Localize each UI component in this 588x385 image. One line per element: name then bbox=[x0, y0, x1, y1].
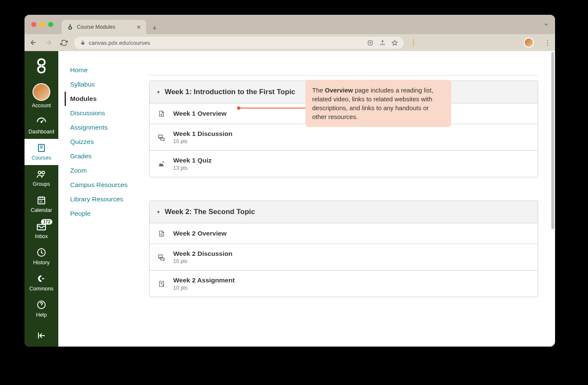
module-week-2: ▼ Week 2: The Second Topic Week 2 Overvi… bbox=[149, 201, 538, 297]
forward-button[interactable] bbox=[44, 38, 53, 47]
svg-point-4 bbox=[38, 171, 41, 174]
module-item-overview[interactable]: Week 2 Overview bbox=[150, 223, 538, 244]
tab-overflow-button[interactable] bbox=[543, 22, 549, 27]
inbox-badge: 172 bbox=[41, 219, 52, 225]
module-item-title: Week 2 Discussion bbox=[173, 250, 232, 258]
discussion-icon bbox=[157, 133, 166, 141]
tab-favicon bbox=[67, 24, 74, 30]
global-nav-label: Inbox bbox=[35, 233, 48, 239]
course-nav-grades[interactable]: Grades bbox=[70, 149, 149, 163]
url-bar[interactable]: canvas.pdx.edu/courses bbox=[74, 37, 404, 49]
dashboard-icon bbox=[36, 116, 47, 127]
course-nav-syllabus[interactable]: Syllabus bbox=[70, 77, 149, 92]
module-title: Week 2: The Second Topic bbox=[165, 208, 255, 216]
share-icon[interactable] bbox=[379, 40, 386, 46]
global-nav-label: Commons bbox=[30, 286, 54, 292]
module-item-title: Week 1 Quiz bbox=[173, 157, 212, 164]
quiz-icon bbox=[157, 160, 166, 168]
module-item-points: 10 pts bbox=[173, 138, 232, 144]
tab-close-button[interactable]: ✕ bbox=[136, 24, 141, 30]
svg-rect-0 bbox=[82, 43, 84, 45]
browser-menu-button[interactable]: ⋮ bbox=[544, 39, 551, 47]
account-avatar bbox=[33, 83, 50, 101]
module-item-assignment[interactable]: Week 2 Assignment 10 pts bbox=[150, 271, 538, 297]
callout-text-bold: Overview bbox=[325, 87, 353, 94]
global-nav-groups[interactable]: Groups bbox=[24, 165, 58, 191]
module-item-points: 10 pts bbox=[173, 285, 235, 291]
global-nav-label: Calendar bbox=[31, 207, 52, 213]
module-header[interactable]: ▼ Week 2: The Second Topic bbox=[150, 201, 538, 223]
course-nav-campus-resources[interactable]: Campus Resources bbox=[70, 178, 149, 192]
top-divider bbox=[149, 59, 538, 76]
traffic-lights bbox=[24, 22, 53, 27]
course-nav-assignments[interactable]: Assignments bbox=[70, 120, 149, 135]
close-window-button[interactable] bbox=[31, 22, 36, 27]
reload-button[interactable] bbox=[59, 38, 68, 47]
tab-strip: Course Modules ✕ + bbox=[62, 15, 161, 34]
global-nav-history[interactable]: History bbox=[24, 244, 58, 270]
course-nav-zoom[interactable]: Zoom bbox=[70, 163, 149, 178]
course-nav-discussions[interactable]: Discussions bbox=[70, 106, 149, 120]
global-nav-label: Groups bbox=[33, 181, 50, 187]
course-nav-modules[interactable]: Modules bbox=[65, 92, 149, 106]
module-item-title: Week 1 Overview bbox=[173, 110, 226, 117]
annotation-callout: The Overview page includes a reading lis… bbox=[305, 80, 451, 127]
global-nav-dashboard[interactable]: Dashboard bbox=[24, 113, 58, 139]
browser-tab-active[interactable]: Course Modules ✕ bbox=[62, 20, 146, 34]
global-nav-label: Courses bbox=[32, 155, 52, 161]
back-button[interactable] bbox=[29, 38, 38, 47]
global-nav-inbox[interactable]: 172 Inbox bbox=[24, 217, 58, 244]
omnibox-bar: canvas.pdx.edu/courses ⋮ bbox=[24, 34, 555, 51]
collapse-nav-button[interactable] bbox=[36, 331, 46, 341]
scrollbar-thumb[interactable] bbox=[551, 52, 554, 229]
course-nav-people[interactable]: People bbox=[70, 206, 149, 221]
page-icon bbox=[157, 229, 166, 238]
install-icon[interactable] bbox=[367, 40, 373, 46]
calendar-icon bbox=[36, 195, 47, 206]
global-nav-label: History bbox=[33, 260, 50, 266]
course-layout: Home Syllabus Modules Discussions Assign… bbox=[58, 51, 555, 347]
content-row: Account Dashboard Courses Groups Calenda… bbox=[24, 51, 555, 347]
maximize-window-button[interactable] bbox=[48, 22, 53, 27]
global-nav-help[interactable]: Help bbox=[24, 296, 58, 322]
assignment-icon bbox=[157, 279, 166, 288]
course-nav: Home Syllabus Modules Discussions Assign… bbox=[58, 51, 149, 347]
global-nav-courses[interactable]: Courses bbox=[24, 139, 58, 165]
global-nav-commons[interactable]: Commons bbox=[24, 270, 58, 296]
caret-down-icon: ▼ bbox=[156, 210, 161, 214]
history-icon bbox=[36, 247, 47, 258]
module-item-points: 13 pts bbox=[173, 165, 212, 171]
courses-icon bbox=[36, 142, 47, 153]
global-nav-label: Dashboard bbox=[28, 129, 54, 135]
browser-window: Course Modules ✕ + canvas.pdx.edu/course… bbox=[24, 15, 555, 347]
profile-avatar[interactable] bbox=[524, 38, 534, 48]
course-nav-library-resources[interactable]: Library Resources bbox=[70, 192, 149, 206]
svg-point-2 bbox=[41, 122, 42, 122]
url-actions bbox=[367, 40, 398, 46]
module-item-quiz[interactable]: Week 1 Quiz 13 pts bbox=[150, 151, 538, 177]
lock-icon bbox=[80, 40, 85, 45]
module-item-discussion[interactable]: Week 2 Discussion 10 pts bbox=[150, 244, 538, 271]
callout-text-before: The bbox=[312, 87, 325, 94]
global-nav: Account Dashboard Courses Groups Calenda… bbox=[24, 51, 58, 347]
lms-logo[interactable] bbox=[31, 55, 52, 76]
module-item-discussion[interactable]: Week 1 Discussion 10 pts bbox=[150, 124, 538, 151]
groups-icon bbox=[36, 168, 47, 179]
course-nav-home[interactable]: Home bbox=[70, 63, 149, 77]
caret-down-icon: ▼ bbox=[156, 90, 161, 95]
new-tab-button[interactable]: + bbox=[149, 22, 161, 34]
tab-title: Course Modules bbox=[77, 24, 115, 30]
page-icon bbox=[157, 109, 166, 118]
help-icon bbox=[36, 299, 47, 310]
global-nav-account[interactable]: Account bbox=[24, 80, 58, 113]
module-item-title: Week 2 Overview bbox=[173, 230, 226, 237]
global-nav-calendar[interactable]: Calendar bbox=[24, 191, 58, 217]
module-item-points: 10 pts bbox=[173, 258, 232, 264]
bookmark-icon[interactable] bbox=[392, 40, 398, 46]
minimize-window-button[interactable] bbox=[40, 22, 45, 27]
module-title: Week 1: Introduction to the First Topic bbox=[165, 88, 295, 96]
course-nav-quizzes[interactable]: Quizzes bbox=[70, 135, 149, 149]
discussion-icon bbox=[157, 253, 166, 261]
url-text: canvas.pdx.edu/courses bbox=[89, 40, 150, 46]
global-nav-label: Help bbox=[36, 312, 47, 318]
